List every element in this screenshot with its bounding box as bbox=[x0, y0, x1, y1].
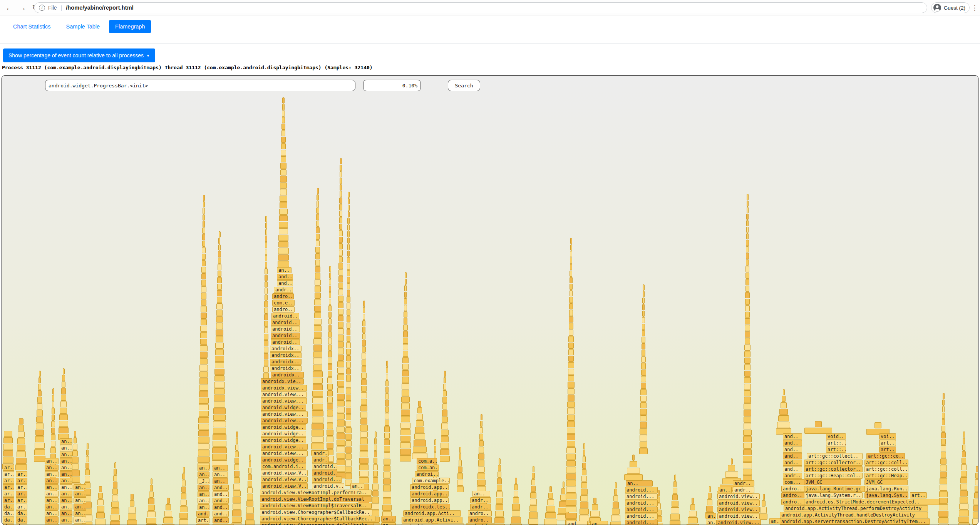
flame-bar-small[interactable] bbox=[337, 440, 345, 446]
flame-bar[interactable]: android.app.. bbox=[410, 497, 449, 503]
flame-bar-small[interactable] bbox=[375, 431, 377, 438]
flame-bar-small[interactable] bbox=[214, 375, 224, 381]
flame-bar-small[interactable] bbox=[264, 340, 268, 346]
flame-bar[interactable]: android... bbox=[625, 520, 658, 525]
flame-bar[interactable]: art.. bbox=[879, 440, 896, 446]
flame-bar-small[interactable] bbox=[338, 354, 344, 361]
flame-bar-small[interactable] bbox=[640, 396, 647, 402]
flame-bar-small[interactable] bbox=[361, 373, 366, 379]
flame-bar-small[interactable] bbox=[692, 498, 694, 504]
flame-bar-small[interactable] bbox=[385, 393, 389, 400]
tab-sample-table[interactable]: Sample Table bbox=[60, 20, 106, 33]
flame-bar-small[interactable] bbox=[477, 480, 486, 486]
flame-bar-small[interactable] bbox=[359, 477, 369, 483]
flame-bar-small[interactable] bbox=[745, 279, 749, 285]
flame-bar-small[interactable] bbox=[217, 297, 222, 303]
flame-bar-small[interactable] bbox=[247, 494, 253, 500]
flame-bar-small[interactable] bbox=[478, 453, 484, 460]
flame-search-button[interactable]: Search bbox=[448, 80, 480, 91]
flame-bar-small[interactable] bbox=[582, 469, 586, 475]
flame-bar[interactable]: an.. bbox=[198, 498, 209, 504]
flame-bar-small[interactable] bbox=[385, 420, 390, 426]
flame-bar-small[interactable] bbox=[148, 505, 155, 511]
flame-bar-small[interactable] bbox=[815, 421, 822, 427]
flame-bar-small[interactable] bbox=[311, 443, 324, 449]
flame-bar-small[interactable] bbox=[642, 311, 645, 317]
flame-bar-small[interactable] bbox=[673, 481, 677, 487]
flame-bar-small[interactable] bbox=[328, 325, 332, 331]
flame-bar-small[interactable] bbox=[265, 255, 267, 261]
flame-bar-small[interactable] bbox=[219, 231, 221, 237]
flame-bar-small[interactable] bbox=[479, 434, 483, 440]
flame-bar-small[interactable] bbox=[16, 458, 26, 464]
flame-bar[interactable]: an.. bbox=[60, 451, 72, 458]
flame-bar-small[interactable] bbox=[337, 459, 345, 465]
flame-bar-small[interactable] bbox=[610, 522, 621, 525]
flame-bar-small[interactable] bbox=[941, 452, 946, 458]
flame-bar-small[interactable] bbox=[97, 499, 103, 505]
flame-bar-small[interactable] bbox=[316, 214, 319, 220]
flame-bar-small[interactable] bbox=[442, 410, 447, 416]
flame-bar-small[interactable] bbox=[401, 416, 410, 422]
flame-bar-small[interactable] bbox=[434, 446, 436, 452]
flame-bar-small[interactable] bbox=[362, 346, 366, 353]
flame-bar-small[interactable] bbox=[568, 375, 575, 381]
flame-bar-small[interactable] bbox=[688, 517, 698, 523]
flame-bar-small[interactable] bbox=[61, 395, 66, 401]
flame-bar-small[interactable] bbox=[940, 465, 946, 471]
flame-bar-small[interactable] bbox=[345, 427, 351, 433]
flame-bar-small[interactable] bbox=[689, 511, 696, 517]
flame-bar-small[interactable] bbox=[345, 460, 352, 466]
flame-bar-small[interactable] bbox=[566, 460, 576, 466]
flame-bar-small[interactable] bbox=[327, 397, 333, 403]
flame-bar-small[interactable] bbox=[580, 502, 588, 508]
flame-bar-small[interactable] bbox=[402, 377, 409, 383]
flame-bar-small[interactable] bbox=[327, 443, 333, 449]
flame-bar-small[interactable] bbox=[85, 469, 90, 475]
flame-bar-small[interactable] bbox=[212, 447, 226, 453]
flame-bar-small[interactable] bbox=[413, 446, 427, 453]
flame-bar-small[interactable] bbox=[200, 352, 208, 358]
flame-bar[interactable]: andr.. bbox=[470, 504, 491, 510]
flame-bar[interactable]: andro.. bbox=[781, 492, 804, 498]
flame-bar-small[interactable] bbox=[459, 460, 462, 466]
flame-bar-small[interactable] bbox=[200, 332, 207, 338]
flame-bar-small[interactable] bbox=[514, 484, 518, 490]
flame-bar[interactable]: ar.. bbox=[16, 471, 27, 477]
flame-bar-small[interactable] bbox=[182, 473, 185, 480]
flame-bar-small[interactable] bbox=[164, 511, 172, 517]
flame-bar-small[interactable] bbox=[347, 251, 350, 257]
flame-bar-small[interactable] bbox=[214, 369, 224, 375]
flame-bar-small[interactable] bbox=[746, 240, 749, 246]
flame-bar[interactable]: JVM_GC bbox=[804, 479, 861, 485]
flame-bar-small[interactable] bbox=[345, 453, 352, 460]
flame-bar-small[interactable] bbox=[3, 457, 13, 463]
flame-bar-small[interactable] bbox=[642, 343, 645, 349]
flame-bar-small[interactable] bbox=[959, 510, 969, 516]
flame-bar-small[interactable] bbox=[213, 441, 226, 447]
flame-bar-small[interactable] bbox=[745, 292, 749, 298]
flame-bar-small[interactable] bbox=[73, 444, 77, 450]
flame-bar[interactable]: an.. bbox=[381, 516, 396, 522]
flame-bar-small[interactable] bbox=[746, 220, 749, 226]
flame-bar-small[interactable] bbox=[316, 221, 320, 227]
flame-bar-small[interactable] bbox=[329, 286, 331, 292]
flame-bar-small[interactable] bbox=[281, 124, 285, 130]
flame-bar[interactable]: android.view... bbox=[261, 444, 308, 450]
flame-bar-small[interactable] bbox=[640, 402, 647, 408]
flame-bar-small[interactable] bbox=[340, 191, 342, 197]
flame-bar[interactable]: an.. bbox=[74, 523, 86, 525]
flame-bar[interactable]: da.. bbox=[3, 510, 14, 517]
flame-bar-small[interactable] bbox=[673, 488, 677, 494]
flame-bar-small[interactable] bbox=[201, 319, 207, 325]
flame-bar-small[interactable] bbox=[340, 184, 342, 191]
flame-bar-small[interactable] bbox=[314, 319, 321, 325]
flame-bar-small[interactable] bbox=[213, 434, 226, 440]
flame-bar-small[interactable] bbox=[386, 361, 388, 367]
flame-bar-small[interactable] bbox=[566, 473, 576, 480]
flame-bar-small[interactable] bbox=[315, 260, 320, 266]
flame-bar-small[interactable] bbox=[38, 390, 42, 396]
flame-bar-small[interactable] bbox=[148, 498, 154, 504]
flame-bar-small[interactable] bbox=[362, 353, 366, 359]
flame-bar-small[interactable] bbox=[339, 211, 342, 217]
